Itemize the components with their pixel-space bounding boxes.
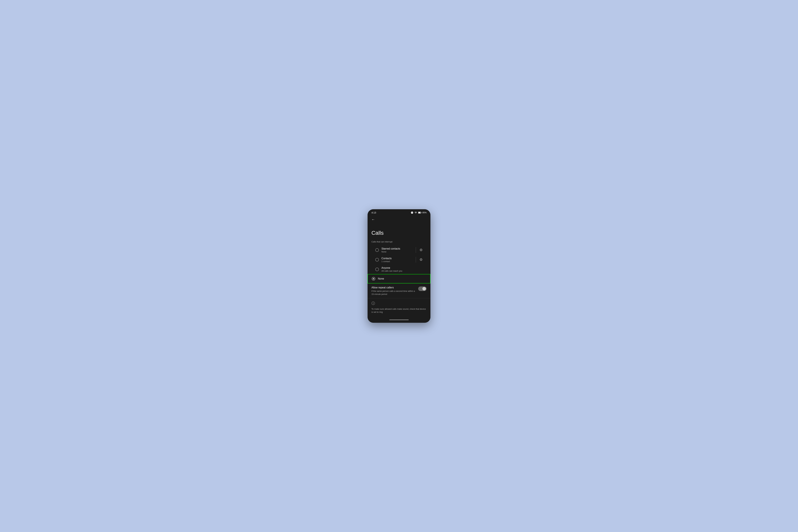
option-none[interactable]: None [367,274,431,283]
svg-rect-2 [421,212,421,213]
radio-starred [375,248,379,252]
content-area: Calls Calls that can interrupt Starred c… [367,223,431,274]
option-starred-label: Starred contacts [381,247,416,250]
radio-none [372,277,375,281]
back-button[interactable]: ← [372,217,426,222]
option-contacts-label: Contacts [381,257,416,260]
section-label: Calls that can interrupt [372,241,426,243]
repeat-callers-section: Allow repeat callers If the same person … [367,283,431,298]
wifi-icon [414,211,417,214]
info-text: To make sure allowed calls make sound, c… [372,307,426,314]
option-starred-text: Starred contacts None [381,247,416,253]
option-contacts-sublabel: 1 contact [381,260,416,263]
repeat-callers-title: Allow repeat callers [372,286,416,289]
phone-frame: 4:13 85% ← Calls Calls that can interrup… [367,209,431,323]
option-none-label: None [378,277,384,280]
bottom-bar [367,316,431,323]
option-starred-gear: ⚙ [416,247,423,253]
toggle-knob [422,287,426,290]
option-anyone-label: Anyone [381,266,423,269]
status-bar: 4:13 85% [367,209,431,215]
radio-anyone [375,268,379,271]
info-icon: ⓘ [372,301,426,306]
option-anyone-sublabel: All calls can reach you [381,270,423,272]
gear-starred-icon[interactable]: ⚙ [419,248,423,252]
nav-bar: ← [367,215,431,223]
option-contacts[interactable]: Contacts 1 contact ⚙ [375,255,423,265]
option-anyone-text: Anyone All calls can reach you [381,266,423,272]
options-area: Starred contacts None ⚙ Contacts 1 conta… [372,245,426,274]
option-anyone[interactable]: Anyone All calls can reach you [375,265,423,274]
battery-percentage: 85% [422,211,426,214]
repeat-callers-text: Allow repeat callers If the same person … [372,286,416,296]
radio-contacts [375,258,379,262]
option-starred[interactable]: Starred contacts None ⚙ [375,245,423,255]
status-time: 4:13 [372,211,376,214]
page-title: Calls [372,230,426,236]
divider-contacts [416,257,416,263]
option-contacts-text: Contacts 1 contact [381,257,416,263]
home-indicator [389,320,409,320]
divider-starred [416,247,416,253]
option-starred-sublabel: None [381,250,416,253]
option-contacts-gear: ⚙ [416,257,423,263]
repeat-callers-toggle[interactable] [418,286,426,291]
battery-icon [418,211,421,214]
info-section: ⓘ To make sure allowed calls make sound,… [367,298,431,316]
gear-contacts-icon[interactable]: ⚙ [419,258,423,262]
status-icons: 85% [411,211,426,214]
svg-rect-1 [418,212,420,213]
repeat-callers-subtitle: If the same person calls a second time w… [372,290,416,296]
dnd-icon [411,211,413,214]
